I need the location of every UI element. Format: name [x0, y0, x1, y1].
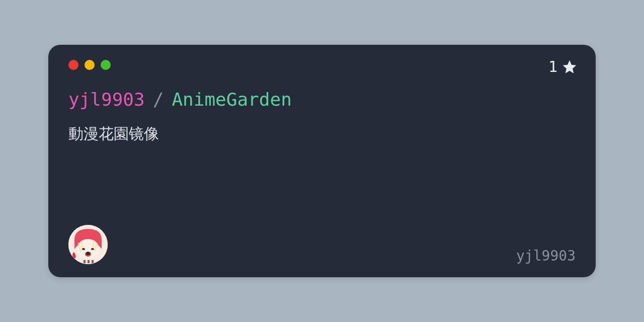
minimize-button[interactable]	[85, 60, 95, 70]
star-count: 1	[548, 58, 557, 75]
avatar[interactable]	[68, 225, 108, 264]
title-separator: /	[153, 89, 164, 110]
maximize-button[interactable]	[101, 60, 111, 70]
repo-owner[interactable]: yjl9903	[68, 89, 145, 110]
star-section[interactable]: 1	[548, 58, 578, 75]
repo-description: 動漫花園镜像	[68, 124, 576, 144]
svg-point-2	[82, 248, 85, 250]
svg-rect-8	[88, 260, 90, 263]
avatar-image	[68, 225, 108, 264]
repo-card: 1 yjl9903 / AnimeGarden 動漫花園镜像 yjl9903	[48, 45, 596, 277]
svg-rect-9	[92, 260, 94, 263]
svg-point-5	[86, 252, 90, 255]
username-label: yjl9903	[516, 248, 576, 264]
repo-title: yjl9903 / AnimeGarden	[68, 89, 576, 110]
window-controls	[68, 60, 576, 70]
svg-point-3	[91, 248, 94, 250]
svg-rect-7	[84, 260, 86, 263]
star-icon	[561, 59, 578, 75]
close-button[interactable]	[68, 60, 78, 70]
repo-name[interactable]: AnimeGarden	[172, 89, 291, 110]
